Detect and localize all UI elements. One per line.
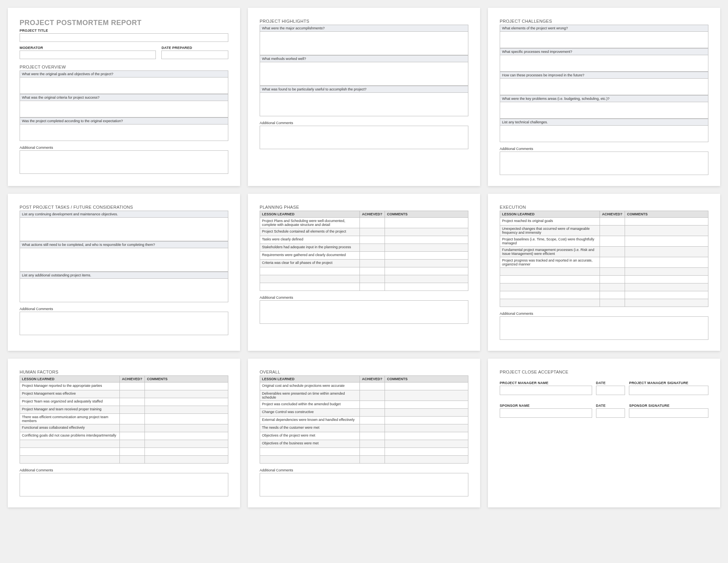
achieved-cell[interactable]	[120, 432, 145, 440]
achieved-cell[interactable]	[600, 283, 625, 291]
comments-cell[interactable]	[385, 383, 468, 390]
sp-date-input[interactable]	[596, 408, 625, 418]
planning-comments-box[interactable]	[260, 300, 468, 324]
achieved-cell[interactable]	[120, 456, 145, 464]
comments-cell[interactable]	[145, 414, 228, 424]
achieved-cell[interactable]	[360, 424, 385, 432]
postproject-a1[interactable]	[20, 218, 228, 241]
achieved-cell[interactable]	[600, 218, 625, 226]
achieved-cell[interactable]	[360, 244, 385, 252]
achieved-cell[interactable]	[120, 390, 145, 398]
achieved-cell[interactable]	[360, 283, 385, 291]
comments-cell[interactable]	[145, 383, 228, 390]
challenges-a2[interactable]	[500, 55, 708, 72]
achieved-cell[interactable]	[360, 218, 385, 228]
comments-cell[interactable]	[385, 275, 468, 283]
comments-cell[interactable]	[145, 432, 228, 440]
comments-cell[interactable]	[385, 283, 468, 291]
highlights-comments-box[interactable]	[260, 126, 468, 149]
achieved-cell[interactable]	[360, 383, 385, 390]
comments-cell[interactable]	[625, 218, 708, 226]
achieved-cell[interactable]	[360, 409, 385, 417]
moderator-input[interactable]	[20, 51, 156, 59]
comments-cell[interactable]	[385, 417, 468, 424]
sp-sig-input[interactable]	[629, 408, 708, 418]
comments-cell[interactable]	[145, 398, 228, 406]
challenges-a5[interactable]	[500, 126, 708, 142]
comments-cell[interactable]	[625, 276, 708, 283]
achieved-cell[interactable]	[600, 299, 625, 307]
achieved-cell[interactable]	[360, 417, 385, 424]
overview-a3[interactable]	[20, 125, 228, 141]
achieved-cell[interactable]	[360, 267, 385, 275]
comments-cell[interactable]	[385, 440, 468, 448]
comments-cell[interactable]	[385, 252, 468, 260]
achieved-cell[interactable]	[360, 456, 385, 464]
comments-cell[interactable]	[145, 448, 228, 456]
achieved-cell[interactable]	[600, 268, 625, 276]
comments-cell[interactable]	[625, 257, 708, 268]
pm-sig-input[interactable]	[629, 386, 708, 395]
challenges-a3[interactable]	[500, 79, 708, 95]
comments-cell[interactable]	[385, 218, 468, 228]
overview-a2[interactable]	[20, 101, 228, 117]
postproject-a3[interactable]	[20, 279, 228, 302]
postproject-a2[interactable]	[20, 248, 228, 272]
comments-cell[interactable]	[385, 390, 468, 401]
achieved-cell[interactable]	[360, 236, 385, 244]
challenges-a1[interactable]	[500, 32, 708, 48]
achieved-cell[interactable]	[360, 432, 385, 440]
execution-comments-box[interactable]	[500, 316, 708, 340]
achieved-cell[interactable]	[360, 252, 385, 260]
achieved-cell[interactable]	[600, 236, 625, 247]
comments-cell[interactable]	[385, 456, 468, 464]
comments-cell[interactable]	[625, 299, 708, 307]
achieved-cell[interactable]	[600, 257, 625, 268]
comments-cell[interactable]	[145, 456, 228, 464]
project-title-input[interactable]	[20, 33, 228, 42]
comments-cell[interactable]	[145, 424, 228, 432]
achieved-cell[interactable]	[120, 448, 145, 456]
comments-cell[interactable]	[385, 424, 468, 432]
overall-comments-box[interactable]	[260, 473, 468, 496]
achieved-cell[interactable]	[600, 291, 625, 299]
comments-cell[interactable]	[385, 448, 468, 456]
human-comments-box[interactable]	[20, 473, 228, 496]
highlights-a2[interactable]	[260, 62, 468, 86]
achieved-cell[interactable]	[360, 440, 385, 448]
achieved-cell[interactable]	[120, 383, 145, 390]
overview-comments-box[interactable]	[20, 150, 228, 174]
comments-cell[interactable]	[385, 267, 468, 275]
achieved-cell[interactable]	[600, 226, 625, 236]
comments-cell[interactable]	[145, 440, 228, 448]
date-prepared-input[interactable]	[161, 51, 228, 59]
comments-cell[interactable]	[625, 226, 708, 236]
achieved-cell[interactable]	[120, 414, 145, 424]
overview-a1[interactable]	[20, 78, 228, 94]
achieved-cell[interactable]	[120, 424, 145, 432]
achieved-cell[interactable]	[360, 275, 385, 283]
achieved-cell[interactable]	[120, 440, 145, 448]
comments-cell[interactable]	[385, 244, 468, 252]
sp-name-input[interactable]	[500, 408, 592, 418]
comments-cell[interactable]	[385, 409, 468, 417]
challenges-a4[interactable]	[500, 102, 708, 119]
comments-cell[interactable]	[145, 390, 228, 398]
comments-cell[interactable]	[385, 401, 468, 409]
challenges-comments-box[interactable]	[500, 152, 708, 175]
highlights-a1[interactable]	[260, 32, 468, 55]
achieved-cell[interactable]	[600, 247, 625, 257]
comments-cell[interactable]	[145, 406, 228, 414]
achieved-cell[interactable]	[360, 401, 385, 409]
highlights-a3[interactable]	[260, 93, 468, 116]
achieved-cell[interactable]	[120, 398, 145, 406]
achieved-cell[interactable]	[360, 448, 385, 456]
comments-cell[interactable]	[625, 283, 708, 291]
achieved-cell[interactable]	[120, 406, 145, 414]
comments-cell[interactable]	[625, 268, 708, 276]
comments-cell[interactable]	[385, 228, 468, 236]
achieved-cell[interactable]	[360, 228, 385, 236]
achieved-cell[interactable]	[600, 276, 625, 283]
comments-cell[interactable]	[385, 432, 468, 440]
comments-cell[interactable]	[625, 291, 708, 299]
